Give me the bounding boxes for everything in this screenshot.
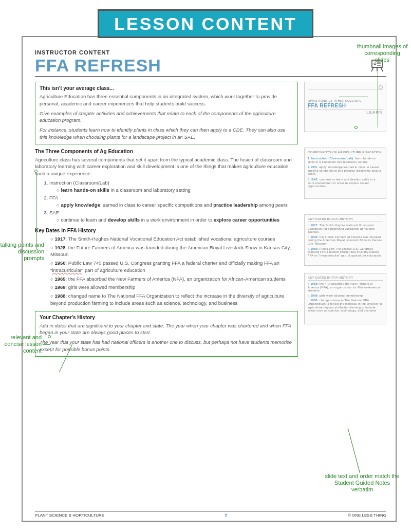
callout-line xyxy=(378,72,378,127)
chapter-title: Your Chapter's History xyxy=(40,315,293,320)
callout-point-icon xyxy=(34,170,38,173)
components-lead: Agriculture class has several components… xyxy=(35,156,298,177)
callout-lesson-content: relevant and concise lesson content xyxy=(0,334,42,355)
slide-thumbnail: KEY DATES IN FFA HISTORY ○ 1917: The Smi… xyxy=(304,214,386,266)
callout-slide-text: slide text and order match the Student G… xyxy=(324,473,401,493)
content-row: This isn't your average class... Agricul… xyxy=(35,82,386,361)
intro-box: This isn't your average class... Agricul… xyxy=(35,82,298,144)
list-item: 1988: changed name to The National FFA O… xyxy=(50,292,298,307)
page-footer: PLANT SCIENCE & HORTICULTURE 5 © ONE LES… xyxy=(35,511,386,518)
banner-text: LESSON CONTENT xyxy=(114,14,297,34)
components-list: Instruction (Classroom/Lab) learn hands-… xyxy=(35,180,298,224)
intro-title: This isn't your average class... xyxy=(40,85,293,91)
thumb-head: KEY DATES IN FFA HISTORY xyxy=(308,276,383,281)
main-title: FFA REFRESH xyxy=(35,57,161,74)
callout-line xyxy=(36,173,36,250)
dates-list: 1917: The Smith-Hughes National Vocation… xyxy=(35,235,298,307)
components-section: The Three Components of Ag Education Agr… xyxy=(35,149,298,224)
chapter-box: Your Chapter's History Add in dates that… xyxy=(35,311,298,357)
callout-talking-points: talking points and discussion prompts xyxy=(0,242,44,262)
callout-point-icon xyxy=(48,335,51,338)
footer-left: PLANT SCIENCE & HORTICULTURE xyxy=(35,513,104,518)
thumb-head: COMPONENTS OF AGRICULTURE EDUCATION xyxy=(308,151,383,155)
thumb-title: FFA REFRESH xyxy=(308,103,383,108)
list-item: 1950: Public Law 740 passed U.S. Congres… xyxy=(50,260,298,274)
footer-page: 5 xyxy=(225,513,227,518)
slide-thumbnail: KEY DATES IN FFA HISTORY ○ 1965: the FFA… xyxy=(304,273,386,324)
content-main: This isn't your average class... Agricul… xyxy=(35,82,298,361)
chapter-p2: The year that your state has had nationa… xyxy=(40,339,293,353)
list-item: 1917: The Smith-Hughes National Vocation… xyxy=(50,235,298,243)
dates-section: Key Dates in FFA History 1917: The Smith… xyxy=(35,228,298,307)
slide-thumbnail: COMPONENTS OF AGRICULTURE EDUCATION 1. I… xyxy=(304,148,386,199)
callout-line xyxy=(339,97,368,97)
intro-p3: For instance, students learn how to iden… xyxy=(40,126,293,141)
svg-line-5 xyxy=(371,67,373,71)
thumb-overline: OPPORTUNITIES IN HORTICULTURE xyxy=(308,99,383,103)
components-title: The Three Components of Ag Education xyxy=(35,149,298,154)
thumbnails-column: OPPORTUNITIES IN HORTICULTURE FFA REFRES… xyxy=(304,82,386,361)
list-item: 1965: the FFA absorbed the New Farmers o… xyxy=(50,276,298,283)
thumb-head: KEY DATES IN FFA HISTORY xyxy=(308,217,383,222)
footer-right: © ONE LESS THING xyxy=(348,513,386,518)
list-item: FFA apply knowledge learned in class to … xyxy=(49,195,298,208)
chapter-p1: Add in dates that are significant to you… xyxy=(40,322,293,337)
list-item: SAE continue to learn and develop skills… xyxy=(49,210,298,223)
list-item: 1928: the Future Farmers of America was … xyxy=(50,244,298,259)
intro-p2: Give examples of chapter activities and … xyxy=(40,110,293,124)
callout-point-icon xyxy=(354,126,358,129)
page-frame: INSTRUCTOR CONTENT FFA REFRESH This isn'… xyxy=(22,36,397,522)
slide-thumbnail: OPPORTUNITIES IN HORTICULTURE FFA REFRES… xyxy=(304,82,386,132)
intro-p1: Agriculture Education has three essentia… xyxy=(40,93,293,107)
callout-line xyxy=(43,344,50,345)
thumb-sub: LEARN xyxy=(308,110,383,115)
overline: INSTRUCTOR CONTENT xyxy=(35,49,386,56)
list-item: Instruction (Classroom/Lab) learn hands-… xyxy=(49,180,298,193)
circle-icon xyxy=(379,85,383,89)
dates-title: Key Dates in FFA History xyxy=(35,228,298,233)
svg-line-6 xyxy=(381,67,383,71)
list-item: 1969: girls were allowed membership xyxy=(50,284,298,291)
title-block: INSTRUCTOR CONTENT FFA REFRESH xyxy=(35,49,386,77)
banner: LESSON CONTENT xyxy=(98,9,313,38)
callout-thumbnails: thumbnail images of corresponding slides xyxy=(357,43,408,64)
